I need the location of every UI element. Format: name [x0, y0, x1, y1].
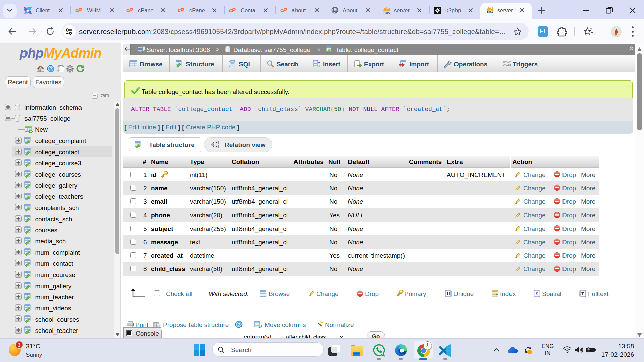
svg-text:PMA: PMA — [487, 11, 493, 14]
svg-text:PMA: PMA — [384, 11, 390, 14]
svg-text:?: ? — [237, 322, 240, 327]
svg-text:T: T — [581, 292, 584, 296]
svg-text:U: U — [447, 292, 450, 296]
svg-text:?: ? — [49, 67, 52, 71]
svg-text:S: S — [536, 292, 538, 296]
